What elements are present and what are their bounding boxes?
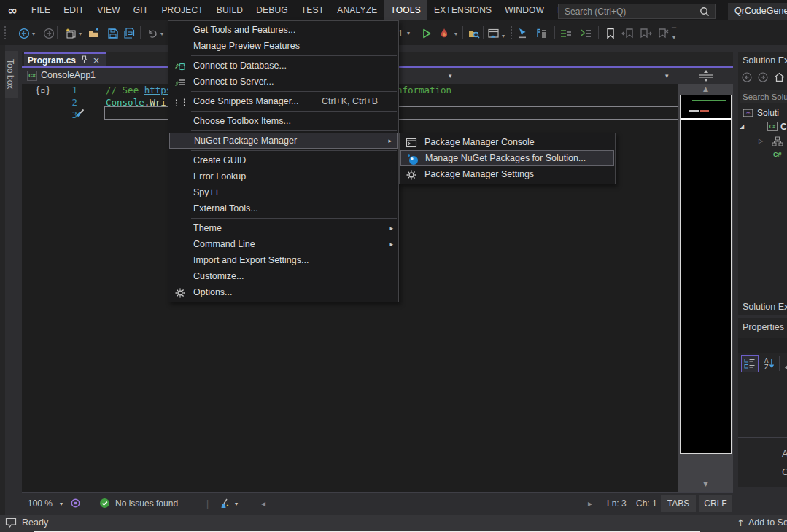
next-bookmark-button[interactable] bbox=[639, 27, 652, 39]
menu-item-manage-nuget-packages[interactable]: Manage NuGet Packages for Solution... bbox=[400, 150, 614, 166]
menu-item-get-tools[interactable]: Get Tools and Features... bbox=[168, 22, 398, 38]
menu-edit[interactable]: EDIT bbox=[57, 0, 90, 20]
toolbox-tab[interactable]: Toolbox bbox=[5, 51, 18, 98]
menu-tools[interactable]: TOOLS bbox=[384, 0, 427, 20]
add-to-source-control-button[interactable]: Add to So bbox=[748, 517, 787, 528]
menu-debug[interactable]: DEBUG bbox=[249, 0, 295, 20]
clear-bookmarks-button[interactable] bbox=[656, 27, 670, 39]
navigate-document-button[interactable] bbox=[535, 27, 548, 39]
scroll-down-arrow[interactable]: ▼ bbox=[678, 480, 733, 488]
tab-program-cs[interactable]: Program.cs × bbox=[24, 52, 106, 66]
categorized-button[interactable] bbox=[741, 355, 759, 372]
menu-window[interactable]: WINDOW bbox=[498, 0, 551, 20]
increase-indent-button[interactable] bbox=[579, 27, 592, 39]
find-in-files-button[interactable] bbox=[468, 27, 481, 39]
type-dropdown-arrow[interactable]: ▾ bbox=[449, 72, 452, 79]
search-input[interactable]: Search (Ctrl+Q) bbox=[558, 4, 716, 19]
menu-git[interactable]: GIT bbox=[127, 0, 155, 20]
menu-item-external-tools[interactable]: External Tools... bbox=[168, 200, 398, 216]
menu-file[interactable]: FILE bbox=[25, 0, 57, 20]
health-status-text[interactable]: No issues found bbox=[115, 498, 178, 509]
editor-splitter[interactable] bbox=[678, 68, 733, 84]
tree-row-solution[interactable]: ∞ Soluti bbox=[738, 106, 787, 120]
properties-object-combo[interactable] bbox=[738, 338, 787, 353]
menu-item-error-lookup[interactable]: Error Lookup bbox=[168, 168, 398, 184]
undo-button[interactable] bbox=[146, 27, 159, 39]
menu-item-connect-server[interactable]: Connect to Server... bbox=[168, 74, 398, 90]
tree-row-program-cs[interactable]: C# bbox=[738, 148, 787, 161]
zoom-level-dropdown[interactable]: 100 % bbox=[28, 498, 53, 509]
start-without-debugging-button[interactable] bbox=[420, 27, 433, 39]
expander-collapsed-icon[interactable]: ▷ bbox=[759, 135, 763, 148]
tree-row-project[interactable]: ◢ C# Co bbox=[738, 120, 787, 133]
column-indicator[interactable]: Ch: 1 bbox=[636, 498, 657, 509]
previous-bookmark-button[interactable] bbox=[621, 27, 635, 39]
hot-reload-button[interactable] bbox=[438, 27, 451, 39]
toolbar-grip[interactable] bbox=[511, 26, 513, 39]
scroll-up-arrow[interactable]: ▲ bbox=[678, 85, 733, 93]
tree-row-dependencies[interactable]: ▷ bbox=[738, 135, 787, 148]
navigate-back-dropdown[interactable]: ▾ bbox=[32, 31, 35, 37]
zoom-dropdown-arrow[interactable]: ▾ bbox=[60, 501, 63, 507]
code-minimap[interactable] bbox=[680, 95, 732, 454]
line-indicator[interactable]: Ln: 3 bbox=[607, 498, 627, 509]
scroll-right-arrow[interactable]: ▸ bbox=[588, 498, 592, 509]
menu-extensions[interactable]: EXTENSIONS bbox=[427, 0, 498, 20]
menu-project[interactable]: PROJECT bbox=[155, 0, 209, 20]
undo-dropdown[interactable]: ▾ bbox=[160, 31, 163, 37]
health-check-icon[interactable] bbox=[99, 498, 110, 511]
toolbar-grip[interactable] bbox=[4, 26, 7, 39]
back-circle-icon[interactable] bbox=[741, 71, 753, 85]
menu-item-manage-preview[interactable]: Manage Preview Features bbox=[168, 38, 398, 54]
solution-search-input[interactable]: Search Solu bbox=[740, 90, 787, 103]
code-cleanup-dropdown[interactable]: ▾ bbox=[235, 501, 238, 507]
menu-item-options[interactable]: Options... bbox=[168, 284, 398, 300]
wrench-icon[interactable] bbox=[782, 356, 787, 371]
expander-expanded-icon[interactable]: ◢ bbox=[740, 120, 744, 133]
editor-scrollbar-column[interactable]: ▲ ▼ bbox=[678, 68, 733, 492]
menu-analyze[interactable]: ANALYZE bbox=[330, 0, 384, 20]
solution-explorer-bottom-tab[interactable]: Solution Exp bbox=[738, 299, 787, 315]
pin-icon[interactable] bbox=[81, 55, 88, 66]
hot-reload-dropdown[interactable]: ▾ bbox=[454, 31, 457, 37]
quick-actions-icon[interactable] bbox=[74, 107, 86, 121]
code-cleanup-button[interactable] bbox=[219, 498, 230, 512]
new-project-button[interactable] bbox=[64, 27, 77, 39]
toolbar-overflow-button[interactable]: ▔▾ bbox=[672, 28, 676, 41]
line-ending-indicator[interactable]: CRLF bbox=[699, 495, 732, 512]
solution-explorer-dropdown[interactable]: ▾ bbox=[502, 33, 505, 39]
project-dropdown[interactable]: ConsoleApp1 bbox=[41, 70, 96, 80]
home-icon[interactable] bbox=[773, 71, 786, 85]
save-all-button[interactable] bbox=[123, 27, 136, 39]
solution-name-badge[interactable]: QrCodeGener bbox=[728, 3, 787, 20]
member-dropdown-arrow[interactable]: ▾ bbox=[665, 72, 669, 79]
menu-item-create-guid[interactable]: Create GUID bbox=[168, 152, 398, 168]
menu-test[interactable]: TEST bbox=[295, 0, 330, 20]
menu-item-choose-toolbox[interactable]: Choose Toolbox Items... bbox=[168, 113, 398, 129]
menu-item-command-line[interactable]: Command Line ▸ bbox=[168, 236, 398, 252]
intellicode-icon[interactable] bbox=[70, 498, 81, 511]
menu-item-theme[interactable]: Theme ▸ bbox=[168, 220, 398, 236]
menu-build[interactable]: BUILD bbox=[210, 0, 249, 20]
decrease-indent-button[interactable] bbox=[559, 27, 573, 39]
forward-circle-icon[interactable] bbox=[757, 71, 769, 85]
menu-item-package-manager-settings[interactable]: Package Manager Settings bbox=[400, 166, 615, 182]
menu-item-code-snippets[interactable]: Code Snippets Manager... Ctrl+K, Ctrl+B bbox=[168, 93, 398, 109]
toggle-bookmark-button[interactable] bbox=[604, 27, 617, 39]
new-project-dropdown[interactable]: ▾ bbox=[79, 31, 82, 37]
sort-alphabetical-button[interactable]: AZ bbox=[761, 356, 776, 371]
go-to-selection-button[interactable] bbox=[516, 27, 530, 39]
solution-explorer-button[interactable] bbox=[487, 27, 500, 39]
menu-item-customize[interactable]: Customize... bbox=[168, 268, 398, 284]
menu-item-import-export[interactable]: Import and Export Settings... bbox=[168, 252, 398, 268]
startup-project-dropdown-arrow[interactable]: ▾ bbox=[407, 30, 410, 36]
feedback-icon[interactable] bbox=[5, 517, 18, 531]
menu-item-package-manager-console[interactable]: Package Manager Console bbox=[400, 134, 615, 150]
menu-item-connect-database[interactable]: Connect to Database... bbox=[168, 58, 398, 74]
navigate-forward-button[interactable] bbox=[42, 27, 55, 39]
menu-item-nuget-package-manager[interactable]: NuGet Package Manager ▸ bbox=[169, 133, 398, 149]
close-icon[interactable]: × bbox=[93, 55, 100, 66]
menu-item-spy[interactable]: Spy++ bbox=[168, 184, 398, 200]
menu-view[interactable]: VIEW bbox=[90, 0, 126, 20]
scroll-left-arrow[interactable]: ◂ bbox=[261, 498, 265, 509]
